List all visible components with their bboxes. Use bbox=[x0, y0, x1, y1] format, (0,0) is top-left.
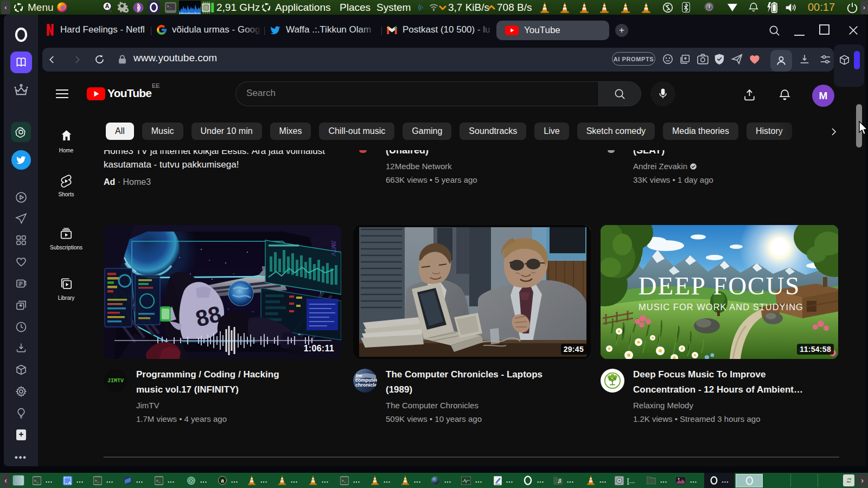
svg-text:A: A bbox=[105, 3, 110, 9]
svg-text:JIMTV: JIMTV bbox=[330, 240, 336, 256]
svg-text:>_: >_ bbox=[167, 4, 172, 9]
svg-text:a: a bbox=[221, 478, 224, 484]
svg-text:DEEP FOCUS: DEEP FOCUS bbox=[638, 272, 800, 300]
svg-text:MUSIC FOR WORK AND STUDYING: MUSIC FOR WORK AND STUDYING bbox=[639, 302, 803, 312]
svg-text:chronicles: chronicles bbox=[355, 382, 377, 388]
